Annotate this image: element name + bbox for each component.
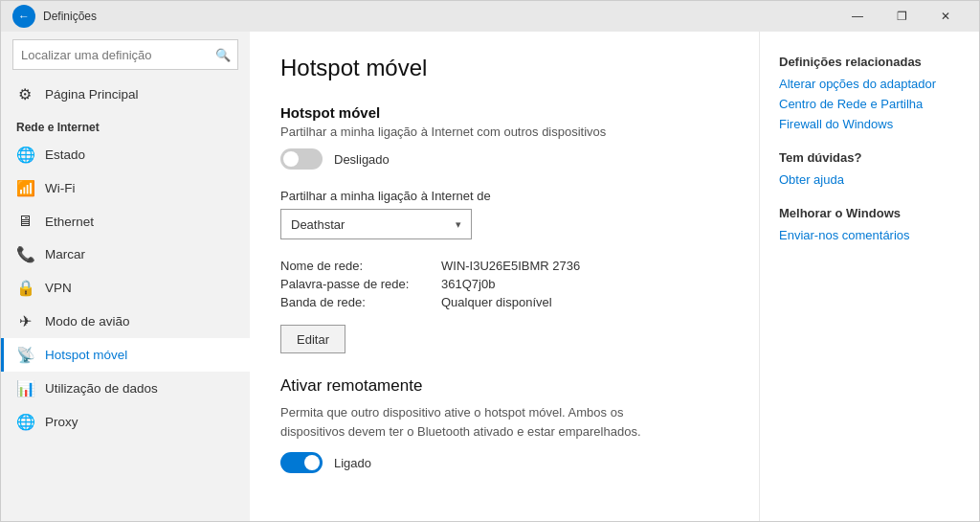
sidebar-item-label: Marcar: [45, 247, 85, 261]
title-bar: ← Definições — ❐ ✕: [1, 1, 979, 32]
lock-icon: 🔒: [16, 279, 33, 297]
sidebar-item-label: Ethernet: [45, 215, 94, 229]
airplane-icon: ✈: [16, 312, 33, 330]
content-area: 🔍 ⚙ Página Principal Rede e Internet 🌐 E…: [1, 32, 979, 521]
help-title: Tem dúvidas?: [779, 150, 960, 165]
sidebar-item-label: Wi-Fi: [45, 181, 75, 195]
page-title: Hotspot móvel: [280, 55, 728, 81]
gear-icon: ⚙: [16, 85, 33, 103]
remote-toggle-row: Ligado: [280, 452, 728, 473]
main-content: Hotspot móvel Hotspot móvel Partilhar a …: [250, 32, 759, 521]
hotspot-section-desc: Partilhar a minha ligação à Internet com…: [280, 125, 728, 139]
window-controls: — ❐ ✕: [835, 1, 968, 32]
window-title: Definições: [43, 10, 97, 23]
sidebar-item-label: Modo de avião: [45, 314, 130, 329]
globe-icon: 🌐: [16, 146, 33, 164]
hotspot-toggle-row: Desligado: [280, 148, 728, 170]
sidebar-item-label: Página Principal: [45, 87, 139, 102]
network-info: Nome de rede: WIN-I3U26E5IBMR 2736 Palav…: [280, 259, 728, 309]
sidebar-item-label: Hotspot móvel: [45, 348, 127, 362]
back-button[interactable]: ←: [12, 5, 35, 28]
related-title: Definições relacionadas: [779, 55, 960, 69]
sidebar-item-label: Utilização de dados: [45, 381, 158, 396]
proxy-icon: 🌐: [16, 413, 33, 431]
sidebar-item-wifi[interactable]: 📶 Wi-Fi: [1, 171, 250, 205]
adapter-options-link[interactable]: Alterar opções do adaptador: [779, 77, 960, 91]
chevron-down-icon: ▾: [456, 218, 461, 231]
connection-dropdown[interactable]: Deathstar ▾: [280, 209, 472, 239]
edit-button[interactable]: Editar: [280, 325, 345, 353]
minimize-button[interactable]: —: [835, 1, 880, 32]
get-help-link[interactable]: Obter ajuda: [779, 172, 960, 187]
sidebar-item-vpn[interactable]: 🔒 VPN: [1, 271, 250, 305]
share-section: Partilhar a minha ligação à Internet de …: [280, 189, 728, 239]
data-icon: 📊: [16, 379, 33, 397]
maximize-button[interactable]: ❐: [880, 1, 924, 32]
firewall-link[interactable]: Firewall do Windows: [779, 117, 960, 131]
improve-title: Melhorar o Windows: [779, 206, 960, 220]
sidebar-item-proxy[interactable]: 🌐 Proxy: [1, 405, 250, 439]
wifi-icon: 📶: [16, 179, 33, 197]
remote-toggle[interactable]: [280, 452, 323, 473]
sidebar-section-label: Rede e Internet: [1, 111, 250, 138]
phone-icon: 📞: [16, 245, 33, 263]
sidebar-item-hotspot-movel[interactable]: 📡 Hotspot móvel: [1, 338, 250, 372]
sidebar-item-label: Estado: [45, 148, 85, 162]
sidebar-item-label: Proxy: [45, 415, 78, 429]
sidebar-item-pagina-principal[interactable]: ⚙ Página Principal: [1, 78, 250, 111]
search-input[interactable]: [12, 39, 238, 70]
window: ← Definições — ❐ ✕ 🔍 ⚙ Página Principal …: [0, 0, 980, 522]
band-value: Qualquer disponível: [441, 295, 728, 309]
close-button[interactable]: ✕: [924, 1, 968, 32]
feedback-link[interactable]: Enviar-nos comentários: [779, 228, 960, 242]
remote-toggle-label: Ligado: [334, 456, 371, 470]
sidebar-item-label: VPN: [45, 281, 72, 295]
sidebar-item-ethernet[interactable]: 🖥 Ethernet: [1, 205, 250, 238]
sidebar-item-estado[interactable]: 🌐 Estado: [1, 138, 250, 171]
remote-section-title: Ativar remotamente: [280, 376, 728, 396]
sidebar-item-utilizacao-dados[interactable]: 📊 Utilização de dados: [1, 372, 250, 405]
password-value: 361Q7j0b: [441, 277, 728, 291]
search-container: 🔍: [12, 39, 238, 70]
sidebar-item-marcar[interactable]: 📞 Marcar: [1, 238, 250, 271]
hotspot-toggle-label: Desligado: [334, 152, 390, 167]
hotspot-icon: 📡: [16, 346, 33, 364]
share-label: Partilhar a minha ligação à Internet de: [280, 189, 728, 203]
sidebar: 🔍 ⚙ Página Principal Rede e Internet 🌐 E…: [1, 32, 250, 521]
hotspot-toggle[interactable]: [280, 148, 323, 170]
hotspot-section-title: Hotspot móvel: [280, 104, 728, 121]
dropdown-value: Deathstar: [291, 217, 345, 232]
remote-desc: Permita que outro dispositivo ative o ho…: [280, 403, 663, 441]
sidebar-item-modo-aviao[interactable]: ✈ Modo de avião: [1, 305, 250, 338]
band-label: Banda de rede:: [280, 295, 434, 309]
network-name-value: WIN-I3U26E5IBMR 2736: [441, 259, 728, 273]
title-bar-left: ← Definições: [12, 5, 97, 28]
password-label: Palavra-passe de rede:: [280, 277, 434, 291]
network-center-link[interactable]: Centro de Rede e Partilha: [779, 97, 960, 111]
right-panel: Definições relacionadas Alterar opções d…: [759, 32, 979, 521]
network-name-label: Nome de rede:: [280, 259, 434, 273]
ethernet-icon: 🖥: [16, 213, 33, 230]
search-icon: 🔍: [215, 48, 231, 62]
